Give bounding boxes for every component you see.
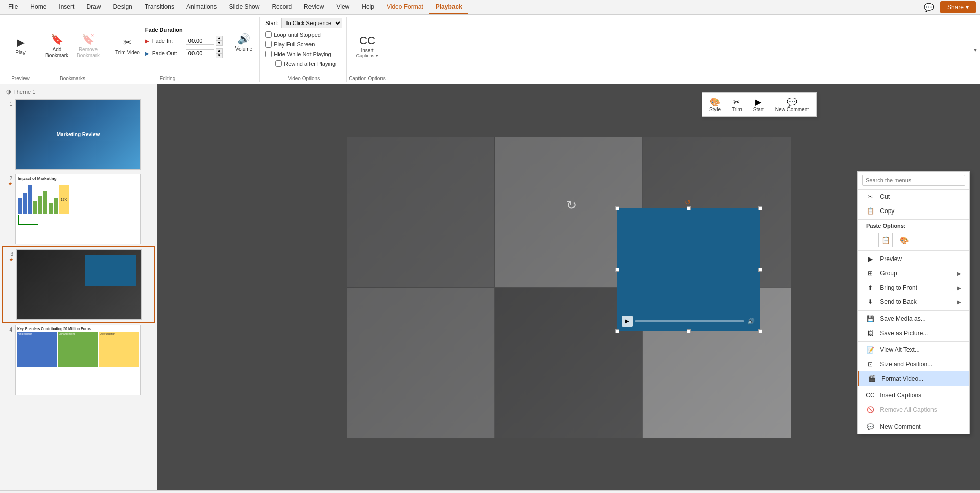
remove-bookmark-label: RemoveBookmark bbox=[77, 46, 100, 59]
hide-while-not-playing-checkbox[interactable] bbox=[265, 51, 272, 57]
fade-out-up[interactable]: ▲ bbox=[216, 48, 223, 53]
volume-icon: 🔊 bbox=[237, 33, 250, 45]
send-to-back-icon: ⬇ bbox=[866, 298, 874, 306]
tab-view[interactable]: View bbox=[330, 0, 355, 14]
paste-options-area: Paste Options: 📋 🎨 bbox=[858, 221, 969, 249]
main-area: ◑ Theme 1 1 Marketing Review 2 ★ Impact … bbox=[0, 84, 980, 490]
ctx-new-comment-item[interactable]: 💬 New Comment bbox=[858, 419, 969, 434]
slide-1-title: Marketing Review bbox=[57, 132, 100, 137]
paste-options-label: Paste Options: bbox=[858, 221, 969, 231]
tab-animations[interactable]: Animations bbox=[180, 0, 223, 14]
share-button[interactable]: Share ▾ bbox=[940, 1, 976, 13]
tab-draw[interactable]: Draw bbox=[80, 0, 107, 14]
ctx-view-alt-text-item[interactable]: 📝 View Alt Text... bbox=[858, 343, 969, 357]
fade-in-input[interactable] bbox=[186, 37, 214, 45]
save-media-icon: 💾 bbox=[866, 315, 874, 323]
selected-video-element[interactable]: ↺ bbox=[617, 208, 760, 331]
play-button[interactable]: ▶ Play bbox=[8, 34, 33, 58]
send-to-back-arrow: ▶ bbox=[957, 299, 961, 305]
tab-transitions[interactable]: Transitions bbox=[138, 0, 180, 14]
ctx-save-as-picture-item[interactable]: 🖼 Save as Picture... bbox=[858, 326, 969, 340]
tab-home[interactable]: Home bbox=[24, 0, 53, 14]
ctx-group-item[interactable]: ⊞ Group ▶ bbox=[858, 266, 969, 280]
context-menu-search-input[interactable] bbox=[862, 175, 965, 186]
fade-out-input[interactable] bbox=[186, 49, 214, 57]
quick-style-button[interactable]: 🎨 Style bbox=[704, 95, 726, 114]
slide-item[interactable]: 2 ★ Impact of Marketing 17X bbox=[2, 172, 155, 246]
ctx-save-media-item[interactable]: 💾 Save Media as... bbox=[858, 312, 969, 326]
slide-3-number: 3 bbox=[5, 251, 13, 257]
play-full-screen-checkbox[interactable] bbox=[265, 41, 272, 48]
tab-insert[interactable]: Insert bbox=[53, 0, 80, 14]
paste-icon-1[interactable]: 📋 bbox=[878, 233, 893, 247]
tab-file[interactable]: File bbox=[2, 0, 24, 14]
ctx-size-position-item[interactable]: ⊡ Size and Position... bbox=[858, 357, 969, 371]
copy-icon: 📋 bbox=[866, 207, 874, 215]
tab-video-format[interactable]: Video Format bbox=[380, 0, 429, 14]
video-volume-icon[interactable]: 🔊 bbox=[746, 316, 756, 326]
insert-captions-icon: CC bbox=[359, 34, 375, 48]
ctx-copy-item[interactable]: 📋 Copy bbox=[858, 204, 969, 218]
slide-canvas: ↺ ▶ 🔊 ↻ bbox=[347, 137, 791, 438]
new-comment-ctx-icon: 💬 bbox=[866, 422, 874, 431]
save-as-picture-icon: 🖼 bbox=[866, 329, 874, 337]
context-menu-search-area bbox=[858, 172, 969, 190]
comments-icon-button[interactable]: 💬 bbox=[922, 1, 936, 14]
trim-video-button[interactable]: ✂ Trim Video bbox=[112, 34, 143, 58]
fade-out-down[interactable]: ▼ bbox=[216, 53, 223, 58]
insert-captions-button[interactable]: CC Insert Captions ▾ bbox=[352, 32, 382, 60]
rewind-label: Rewind after Playing bbox=[275, 60, 342, 67]
remove-bookmark-icon: 🔖✕ bbox=[82, 33, 94, 45]
volume-label: Volume bbox=[235, 46, 252, 52]
ribbon-group-caption-options: CC Insert Captions ▾ Caption Options bbox=[348, 17, 386, 82]
rotate-handle[interactable]: ↺ bbox=[685, 198, 693, 206]
tab-playback[interactable]: Playback bbox=[429, 0, 468, 14]
ribbon-wrapper: File Home Insert Draw Design Transitions… bbox=[0, 0, 980, 84]
quick-start-button[interactable]: ▶ Start bbox=[748, 95, 769, 114]
ctx-separator-5 bbox=[858, 387, 969, 387]
ctx-format-video-item[interactable]: 🎬 Format Video... bbox=[858, 371, 969, 386]
quick-trim-button[interactable]: ✂ Trim bbox=[727, 95, 747, 114]
slide-panel: ◑ Theme 1 1 Marketing Review 2 ★ Impact … bbox=[0, 84, 157, 490]
slide-item[interactable]: 1 Marketing Review bbox=[2, 97, 155, 172]
start-select[interactable]: In Click Sequence Automatically When Cli… bbox=[281, 18, 342, 28]
loop-checkbox[interactable] bbox=[265, 31, 272, 38]
remove-bookmark-button[interactable]: 🔖✕ RemoveBookmark bbox=[74, 31, 103, 61]
ctx-send-to-back-item[interactable]: ⬇ Send to Back ▶ bbox=[858, 295, 969, 309]
ctx-cut-item[interactable]: ✂ Cut bbox=[858, 190, 969, 204]
slide-panel-header: ◑ Theme 1 bbox=[2, 86, 155, 97]
rewind-checkbox[interactable] bbox=[275, 60, 282, 67]
ctx-bring-to-front-item[interactable]: ⬆ Bring to Front ▶ bbox=[858, 280, 969, 295]
quick-toolbar: 🎨 Style ✂ Trim ▶ Start 💬 New Comment bbox=[702, 92, 817, 117]
video-progress-bar[interactable] bbox=[635, 320, 744, 322]
bookmarks-group-label: Bookmarks bbox=[60, 76, 85, 81]
ctx-insert-captions-item[interactable]: CC Insert Captions bbox=[858, 388, 969, 403]
bring-to-front-icon: ⬆ bbox=[866, 284, 874, 292]
fade-out-text: Fade Out: bbox=[152, 50, 183, 56]
ctx-remove-all-captions-item[interactable]: 🚫 Remove All Captions bbox=[858, 403, 969, 417]
group-arrow: ▶ bbox=[957, 271, 961, 276]
add-bookmark-button[interactable]: 🔖 AddBookmark bbox=[42, 31, 71, 61]
selection-handles bbox=[617, 208, 760, 331]
ribbon-group-volume: 🔊 Volume bbox=[228, 17, 260, 82]
tab-design[interactable]: Design bbox=[107, 0, 138, 14]
volume-button[interactable]: 🔊 Volume bbox=[232, 31, 255, 54]
fade-in-down[interactable]: ▼ bbox=[216, 41, 223, 46]
tab-slideshow[interactable]: Slide Show bbox=[223, 0, 266, 14]
quick-new-comment-button[interactable]: 💬 New Comment bbox=[770, 95, 814, 114]
tab-record[interactable]: Record bbox=[266, 0, 298, 14]
fade-in-label: ▶ bbox=[145, 38, 149, 44]
ribbon-collapse-arrow[interactable]: ▼ bbox=[973, 47, 978, 53]
tab-help[interactable]: Help bbox=[355, 0, 380, 14]
slide-item[interactable]: 4 Key Enablers Contributing 50 Million E… bbox=[2, 323, 155, 397]
hide-while-not-playing-label: Hide While Not Playing bbox=[265, 51, 342, 57]
video-play-button[interactable]: ▶ bbox=[622, 316, 633, 327]
tab-review[interactable]: Review bbox=[298, 0, 330, 14]
ctx-preview-item[interactable]: ▶ Preview bbox=[858, 252, 969, 266]
slide-item-active[interactable]: 3 ★ bbox=[2, 246, 155, 323]
paste-icon-2[interactable]: 🎨 bbox=[897, 233, 911, 247]
add-bookmark-icon: 🔖 bbox=[51, 33, 63, 45]
slide-3-thumb bbox=[16, 249, 142, 320]
fade-in-up[interactable]: ▲ bbox=[216, 36, 223, 41]
paste-icons-row: 📋 🎨 bbox=[858, 231, 969, 249]
